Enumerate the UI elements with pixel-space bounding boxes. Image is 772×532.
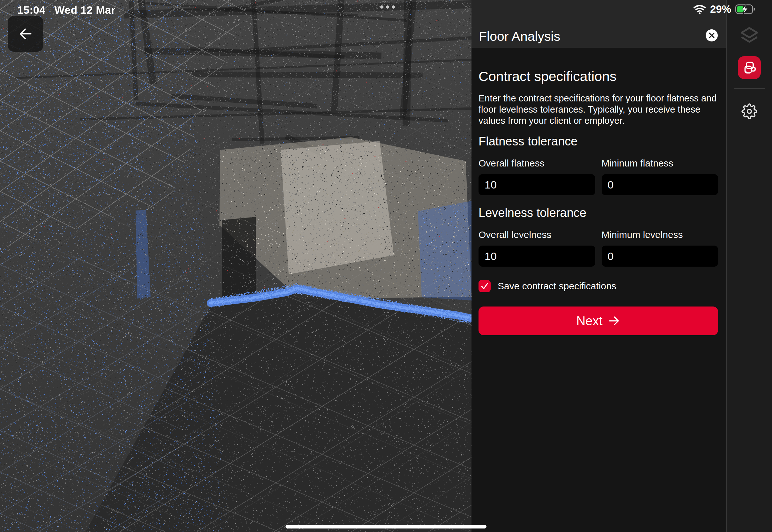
next-button[interactable]: Next xyxy=(479,307,718,335)
ellipsis-icon xyxy=(386,5,389,9)
arrow-left-icon xyxy=(16,25,35,43)
status-bar-left: 15:04 Wed 12 Mar xyxy=(17,4,115,16)
floor-analysis-icon xyxy=(742,60,757,75)
flatness-heading: Flatness tolerance xyxy=(479,135,718,148)
minimum-flatness-label: Mininum flatness xyxy=(602,158,718,169)
panel-title: Floor Analysis xyxy=(479,29,560,44)
overall-levelness-input[interactable] xyxy=(479,246,595,267)
right-toolbar xyxy=(726,0,772,532)
section-title: Contract specifications xyxy=(479,69,718,84)
panel-body: Contract specifications Enter the contra… xyxy=(471,69,726,335)
overall-flatness-input[interactable] xyxy=(479,174,595,195)
save-specs-checkbox[interactable] xyxy=(479,280,491,292)
status-bar-right: 29% xyxy=(693,3,756,15)
floor-analysis-tool-button[interactable] xyxy=(738,56,761,79)
status-date: Wed 12 Mar xyxy=(54,4,115,16)
overall-levelness-label: Overall levelness xyxy=(479,229,595,240)
point-cloud-viewer[interactable] xyxy=(0,0,471,532)
wifi-icon xyxy=(693,4,706,15)
arrow-right-icon xyxy=(608,314,620,327)
point-cloud-canvas[interactable] xyxy=(0,0,471,532)
checkmark-icon xyxy=(480,281,489,291)
ellipsis-icon xyxy=(392,5,395,9)
minimum-levelness-label: Minimum levelness xyxy=(602,229,718,240)
layers-icon xyxy=(739,25,760,46)
minimum-levelness-input[interactable] xyxy=(602,246,718,267)
gear-icon xyxy=(741,103,757,119)
battery-percent: 29% xyxy=(710,3,731,15)
x-circle-icon xyxy=(708,32,715,39)
save-specs-checkbox-row[interactable]: Save contract specifications xyxy=(479,280,718,292)
battery-charging-icon xyxy=(735,4,756,15)
section-description: Enter the contract specifications for yo… xyxy=(479,93,723,126)
settings-button[interactable] xyxy=(741,103,757,119)
close-button[interactable] xyxy=(706,29,718,41)
levelness-heading: Levelness tolerance xyxy=(479,206,718,220)
multitask-dots[interactable] xyxy=(380,5,395,9)
save-specs-label: Save contract specifications xyxy=(498,281,616,292)
minimum-flatness-input[interactable] xyxy=(602,174,718,195)
overall-flatness-label: Overall flatness xyxy=(479,158,595,169)
panel-header: Floor Analysis xyxy=(471,0,726,48)
floor-analysis-panel: Floor Analysis Contract specifications E… xyxy=(471,0,726,532)
back-button[interactable] xyxy=(8,16,43,52)
layers-button[interactable] xyxy=(739,25,760,46)
toolbar-divider xyxy=(734,88,765,89)
home-indicator[interactable] xyxy=(286,525,486,528)
next-button-label: Next xyxy=(576,314,602,328)
status-time: 15:04 xyxy=(17,4,45,16)
ellipsis-icon xyxy=(380,5,383,9)
